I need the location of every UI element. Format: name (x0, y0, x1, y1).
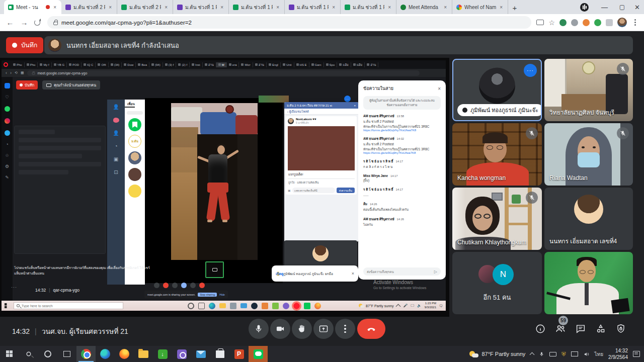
taskbar-clock[interactable]: 14:322/9/2564 (608, 347, 628, 361)
end-call-button[interactable] (357, 319, 385, 339)
close-tab-icon[interactable]: × (275, 5, 280, 10)
cortana-button[interactable] (38, 346, 57, 362)
tab-forms-2[interactable]: ม.ต้น ช่วงที่ 1 P× (173, 0, 229, 14)
chat-input-row[interactable]: ▷ (363, 267, 441, 276)
fb-back-link[interactable]: ‹ ผู้เยี่ยมชมโพสต์ (284, 109, 358, 115)
forward-icon[interactable]: → (17, 18, 31, 27)
close-tab-icon[interactable]: × (443, 5, 448, 10)
new-tab-button[interactable]: + (508, 1, 521, 14)
start-button[interactable] (0, 346, 19, 362)
tab-sheets-3[interactable]: ม.ต้น ช่วงที่ 1 P× (341, 0, 396, 14)
minimize-window-button[interactable]: — (601, 0, 608, 14)
extension-icon[interactable] (594, 19, 601, 26)
close-window-button[interactable]: ✕ (634, 0, 640, 14)
mini-participant-tile[interactable] (284, 240, 357, 268)
fb-post-image[interactable] (288, 126, 355, 170)
participant-tile-chutikarn[interactable]: Chutikarn Khlaythongkum (452, 188, 542, 250)
taskbar-file-explorer[interactable] (134, 346, 153, 362)
viber-icon[interactable] (283, 303, 289, 309)
tile-options-icon[interactable]: ··· (344, 96, 351, 102)
participant-tile-phumiphat[interactable]: ··· ภูมิพัฒน์ ทองภูธรณ์ ภูมินะจ๊ะ (452, 59, 542, 121)
search-input[interactable] (22, 304, 120, 308)
close-tab-icon[interactable]: × (331, 5, 336, 10)
meeting-info-button[interactable] (532, 321, 548, 337)
taskbar-idm[interactable]: ↓ (153, 346, 172, 362)
steam-icon[interactable] (251, 303, 258, 309)
close-tab-icon[interactable]: × (219, 5, 224, 10)
media-controls-button[interactable] (580, 0, 589, 14)
cortana-icon[interactable] (188, 303, 194, 309)
line-sally-avatar[interactable] (128, 185, 141, 198)
action-center-icon[interactable] (633, 351, 640, 357)
line-friend-avatar[interactable] (128, 151, 141, 164)
line-group-avatar[interactable]: ม.ต้น (128, 135, 141, 148)
file-explorer-icon[interactable] (219, 303, 226, 308)
tab-meet[interactable]: Meet - วน × (4, 0, 61, 14)
chat-button[interactable] (573, 321, 589, 337)
shared-taskbar-search[interactable] (14, 302, 123, 309)
taskbar-search-button[interactable] (19, 346, 38, 362)
task-view-icon[interactable] (198, 303, 205, 309)
line-icon[interactable] (304, 303, 310, 309)
extension-icon[interactable] (559, 19, 567, 26)
line-keep-avatar[interactable] (128, 118, 141, 131)
close-icon[interactable]: × (354, 104, 356, 107)
participant-tile-teacher[interactable] (544, 252, 633, 314)
close-tab-icon[interactable]: × (52, 5, 57, 10)
participant-tile-riana[interactable]: Riana Wadtan (544, 123, 633, 186)
language-indicator[interactable]: ไทย (595, 350, 603, 358)
network-tray-icon[interactable]: 🖵 (411, 304, 414, 308)
close-tab-icon[interactable]: × (387, 5, 392, 10)
self-view-thumbnail[interactable] (205, 261, 224, 278)
activities-button[interactable] (593, 321, 609, 337)
taskbar-weather[interactable]: 87°F Partly sunny (469, 351, 525, 357)
presentation-stage[interactable]: PhoPhoMy fYB GPODIQ COffi(34)DowBea(94)(… (0, 58, 449, 317)
defender-tray-icon[interactable]: ⛨ (561, 351, 566, 357)
idm-icon[interactable] (272, 303, 279, 309)
notes-icon[interactable] (262, 303, 268, 309)
participant-tile-nontakorn[interactable]: นนทกร เอี่ยมสอาด เลขที่4 (544, 188, 633, 250)
mic-button[interactable] (249, 319, 269, 339)
present-button[interactable] (313, 319, 334, 339)
action-center-icon[interactable]: 🗨 (439, 304, 443, 308)
mic-tray-icon[interactable]: 🎤 (403, 304, 408, 308)
host-controls-button[interactable] (613, 321, 629, 337)
participant-tile-overflow[interactable]: N อีก 51 คน (452, 252, 542, 314)
tab-sheets-1[interactable]: ม.ต้น ช่วงที่ 2 P× (117, 0, 173, 14)
back-icon[interactable]: ← (3, 18, 17, 27)
volume-tray-icon[interactable] (583, 351, 590, 357)
firefox-icon[interactable] (314, 303, 321, 309)
line-brown-avatar[interactable] (128, 168, 141, 181)
taskbar-line[interactable] (249, 346, 268, 362)
fb-comment-input[interactable] (292, 188, 335, 193)
taskbar-mail[interactable] (191, 346, 210, 362)
taskbar-store[interactable] (210, 346, 229, 362)
tray-chevron-icon[interactable] (396, 304, 401, 309)
stop-sharing-button[interactable]: Stop sharing (198, 293, 217, 297)
participant-tile-kancha[interactable]: Kancha wongman (452, 123, 542, 186)
mic-tray-icon[interactable] (539, 351, 544, 357)
task-view-button[interactable] (57, 346, 76, 362)
taskbar-firefox[interactable] (115, 346, 134, 362)
volume-tray-icon[interactable]: 🔉 (417, 304, 422, 308)
edge-icon[interactable] (209, 303, 215, 309)
send-message-icon[interactable]: ▷ (434, 269, 437, 274)
tray-chevron-icon[interactable] (530, 352, 535, 357)
camera-icon[interactable]: ▣ (288, 189, 291, 192)
view-hand-link[interactable]: เปิดดู (276, 271, 283, 277)
extension-icon[interactable] (583, 19, 590, 26)
taskbar-powerpoint[interactable]: P (229, 346, 249, 362)
camera-permission-icon[interactable] (536, 20, 544, 25)
start-icon[interactable] (5, 303, 10, 308)
fb-post-actions[interactable]: ถูกใจ · แสดงความคิดเห็น (288, 178, 355, 186)
keyboard-tray-icon[interactable] (549, 352, 556, 356)
participant-tile-college[interactable]: วิทยาลัยนาฏศิลป จันทบุรี (544, 59, 633, 121)
taskbar-camera[interactable] (172, 346, 191, 362)
close-tab-icon[interactable]: × (108, 5, 113, 10)
taskbar-chrome[interactable] (76, 346, 96, 362)
tile-menu-icon[interactable]: ··· (524, 64, 537, 77)
line-search-input[interactable] (127, 111, 143, 115)
tab-sheets-2[interactable]: ม.ต้น ช่วงที่ 1 P× (229, 0, 285, 14)
opera-icon[interactable] (293, 303, 300, 309)
maximize-window-button[interactable]: ▢ (619, 0, 625, 14)
